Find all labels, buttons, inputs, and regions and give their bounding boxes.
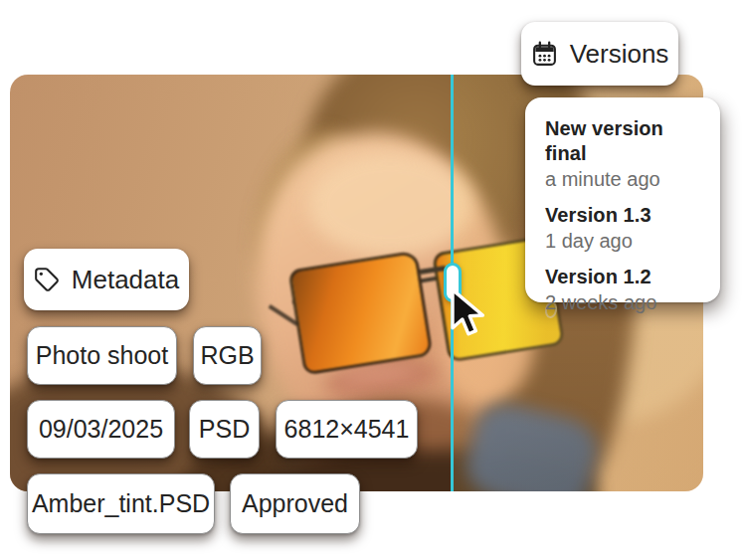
metadata-button[interactable]: Metadata <box>24 249 189 310</box>
asset-preview-screen: Versions New version final a minute ago … <box>0 0 746 560</box>
version-list-item[interactable]: New version final a minute ago <box>545 116 706 192</box>
chip-label: Photo shoot <box>36 341 168 370</box>
arrow-cursor <box>449 287 494 343</box>
metadata-chip-filename: Amber_tint.PSD <box>27 473 215 534</box>
version-title: New version final <box>545 116 706 166</box>
version-time: 2 weeks ago <box>545 289 706 315</box>
metadata-chip-filetype: PSD <box>189 400 260 459</box>
versions-button[interactable]: Versions <box>521 22 678 86</box>
metadata-chip-colorspace: RGB <box>193 326 262 385</box>
metadata-chip-dimensions: 6812×4541 <box>276 400 418 459</box>
version-time: 1 day ago <box>545 228 706 254</box>
tag-icon <box>34 267 60 292</box>
metadata-chip-status: Approved <box>230 473 360 534</box>
chip-label: RGB <box>200 341 254 370</box>
chip-label: Approved <box>242 489 348 518</box>
versions-button-label: Versions <box>570 39 669 70</box>
versions-panel: New version final a minute ago Version 1… <box>525 97 720 302</box>
chip-label: 6812×4541 <box>284 415 410 444</box>
version-list-item[interactable]: Version 1.3 1 day ago <box>545 203 706 254</box>
metadata-chip-category: Photo shoot <box>27 326 177 385</box>
version-time: a minute ago <box>545 166 706 192</box>
version-title: Version 1.2 <box>545 265 706 289</box>
version-list-item[interactable]: Version 1.2 2 weeks ago <box>545 265 706 315</box>
metadata-button-label: Metadata <box>72 265 179 295</box>
metadata-chip-date: 09/03/2025 <box>27 400 175 459</box>
chip-label: PSD <box>199 415 250 444</box>
chip-label: 09/03/2025 <box>39 415 163 444</box>
chip-label: Amber_tint.PSD <box>32 489 210 518</box>
version-title: Version 1.3 <box>545 203 706 228</box>
calendar-icon <box>531 41 558 68</box>
